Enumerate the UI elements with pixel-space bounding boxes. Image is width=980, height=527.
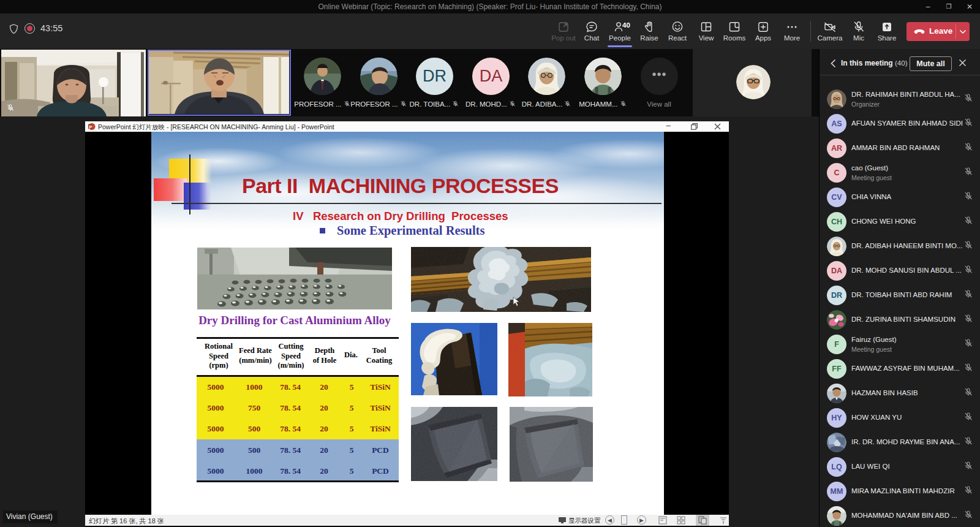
svg-text:P: P — [89, 124, 92, 130]
